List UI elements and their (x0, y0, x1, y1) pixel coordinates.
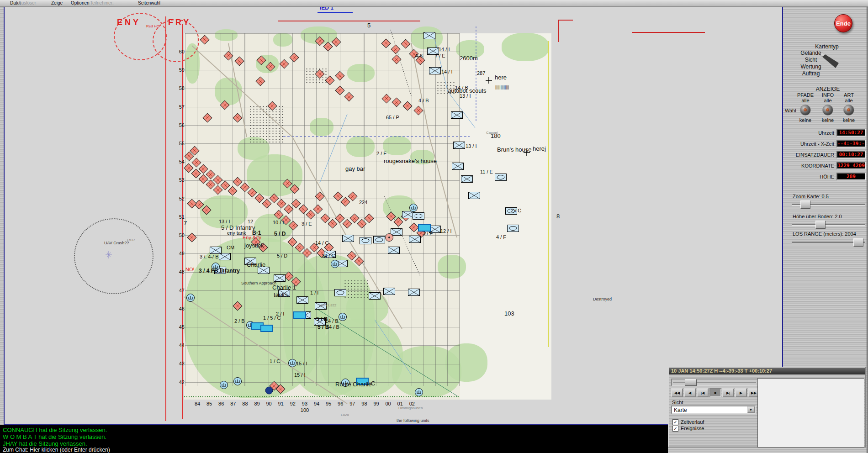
friendly-armor-symbol[interactable] (507, 225, 519, 232)
enemy-unit-symbol[interactable] (256, 55, 266, 65)
enemy-unit-symbol[interactable] (202, 113, 212, 123)
skip-end-button[interactable]: ▶| (722, 388, 734, 397)
enemy-unit-symbol[interactable] (187, 232, 197, 242)
friendly-infantry-symbol[interactable] (451, 111, 463, 119)
rewind-button[interactable]: ◀◀ (671, 388, 683, 397)
zeitverlauf-checkbox[interactable]: ✓ (672, 419, 678, 425)
enemy-unit-symbol[interactable] (289, 53, 299, 63)
friendly-artillery-symbol[interactable] (414, 388, 423, 397)
timeline-slider-thumb[interactable] (685, 379, 697, 386)
enemy-unit-symbol[interactable] (364, 213, 374, 223)
info-knob[interactable] (822, 105, 833, 116)
enemy-unit-symbol[interactable] (381, 94, 392, 104)
friendly-artillery-symbol[interactable] (233, 377, 242, 386)
enemy-unit-symbol[interactable] (228, 186, 238, 196)
menu-item-optionen[interactable]: Optionen (71, 0, 90, 5)
enemy-unit-symbol[interactable] (201, 205, 212, 215)
friendly-artillery-symbol[interactable] (338, 312, 347, 321)
friendly-infantry-symbol[interactable] (210, 247, 222, 254)
friendly-infantry-symbol[interactable] (461, 175, 473, 183)
enemy-unit-symbol[interactable] (315, 69, 325, 79)
enemy-unit-symbol[interactable] (190, 146, 200, 156)
ende-button[interactable]: Ende (834, 14, 852, 32)
enemy-unit-symbol[interactable] (223, 51, 233, 61)
friendly-artillery-symbol[interactable] (330, 259, 339, 269)
friendly-artillery-symbol[interactable] (186, 293, 195, 302)
friendly-infantry-symbol[interactable] (342, 235, 354, 242)
friendly-infantry-symbol[interactable] (409, 236, 421, 243)
sicht-dropdown[interactable]: Karte ▼ (671, 406, 756, 414)
friendly-infantry-symbol[interactable] (219, 253, 231, 260)
enemy-unit-symbol[interactable] (267, 101, 277, 111)
friendly-armor-symbol[interactable] (360, 237, 371, 244)
navy-marker-symbol[interactable] (265, 386, 273, 395)
chat-prompt-bar[interactable]: Zum Chat: Hier klicken (oder Enter drück… (0, 447, 668, 453)
enemy-unit-symbol[interactable] (413, 105, 423, 116)
enemy-unit-symbol[interactable] (392, 54, 402, 64)
friendly-artillery-symbol[interactable] (219, 380, 228, 390)
enemy-unit-symbol[interactable] (265, 62, 275, 72)
uav-crash-icon[interactable] (104, 250, 113, 259)
kartentyp-option-auftrag[interactable]: Auftrag (789, 70, 832, 77)
enemy-unit-symbol[interactable] (234, 56, 244, 66)
slider-thumb[interactable] (800, 200, 810, 209)
friendly-artillery-symbol[interactable] (288, 358, 297, 368)
art-knob[interactable] (843, 105, 854, 116)
enemy-unit-symbol[interactable] (335, 85, 345, 95)
menu-item-seitenwahl[interactable]: Seitenwahl (138, 0, 160, 5)
step-back-button[interactable]: ◀ (684, 388, 696, 397)
friendly-armor-symbol[interactable] (373, 236, 385, 243)
enemy-unit-symbol[interactable] (402, 101, 413, 111)
friendly-armor-symbol[interactable] (495, 174, 507, 181)
slider-track[interactable] (792, 224, 865, 226)
enemy-unit-symbol[interactable] (348, 191, 358, 201)
pfade-knob[interactable] (800, 105, 811, 116)
friendly-infantry-symbol[interactable] (383, 288, 395, 295)
enemy-unit-symbol[interactable] (187, 199, 197, 209)
friendly-infantry-symbol[interactable] (408, 289, 420, 296)
friendly-armor-symbol[interactable] (334, 289, 346, 296)
slider-thumb[interactable] (815, 221, 826, 229)
enemy-unit-symbol[interactable] (315, 191, 325, 201)
kartentyp-selector-pointer[interactable] (820, 49, 842, 71)
skip-start-button[interactable]: |◀ (697, 388, 709, 397)
chevron-down-icon[interactable]: ▼ (747, 406, 755, 413)
enemy-unit-symbol[interactable] (401, 39, 411, 49)
friendly-infantry-symbol[interactable] (429, 67, 441, 74)
friendly-infantry-symbol[interactable] (453, 142, 465, 149)
menu-item-zeige[interactable]: Zeige (51, 0, 63, 5)
enemy-unit-symbol[interactable] (381, 38, 391, 48)
timeline-slider[interactable] (671, 379, 758, 386)
enemy-unit-symbol[interactable] (391, 44, 401, 54)
enemy-unit-symbol[interactable] (288, 221, 298, 231)
cross-marker-icon[interactable] (485, 77, 492, 84)
enemy-unit-symbol[interactable] (313, 204, 323, 214)
events-list[interactable] (757, 378, 864, 448)
play-button[interactable]: ▶ (735, 388, 747, 397)
friendly-infantry-symbol[interactable] (452, 163, 464, 170)
friendly-infantry-symbol[interactable] (369, 292, 381, 300)
enemy-unit-symbol[interactable] (279, 59, 289, 69)
friendly-armor-symbol[interactable] (413, 212, 424, 220)
friendly-infantry-symbol[interactable] (468, 192, 480, 199)
enemy-unit-symbol[interactable] (392, 97, 402, 107)
enemy-unit-symbol[interactable] (344, 92, 354, 102)
friendly-vehicle-symbol[interactable] (293, 311, 306, 319)
enemy-unit-symbol[interactable] (325, 75, 335, 85)
stop-button[interactable]: ■ (709, 388, 721, 397)
enemy-unit-symbol[interactable] (335, 71, 345, 81)
enemy-unit-symbol[interactable] (233, 301, 243, 311)
enemy-unit-symbol[interactable] (220, 100, 230, 110)
enemy-unit-symbol[interactable] (255, 76, 265, 86)
enemy-unit-symbol[interactable] (331, 37, 341, 47)
friendly-vehicle-symbol[interactable] (260, 325, 273, 332)
enemy-unit-symbol[interactable] (275, 384, 286, 394)
friendly-artillery-symbol[interactable] (409, 203, 418, 212)
slider-thumb[interactable] (853, 238, 863, 247)
enemy-observer-symbol[interactable] (385, 233, 394, 242)
enemy-unit-symbol[interactable] (354, 256, 364, 266)
enemy-unit-symbol[interactable] (200, 35, 210, 45)
friendly-infantry-symbol[interactable] (423, 32, 435, 39)
ereignisse-checkbox[interactable]: ✓ (672, 426, 678, 432)
friendly-infantry-symbol[interactable] (296, 296, 308, 304)
